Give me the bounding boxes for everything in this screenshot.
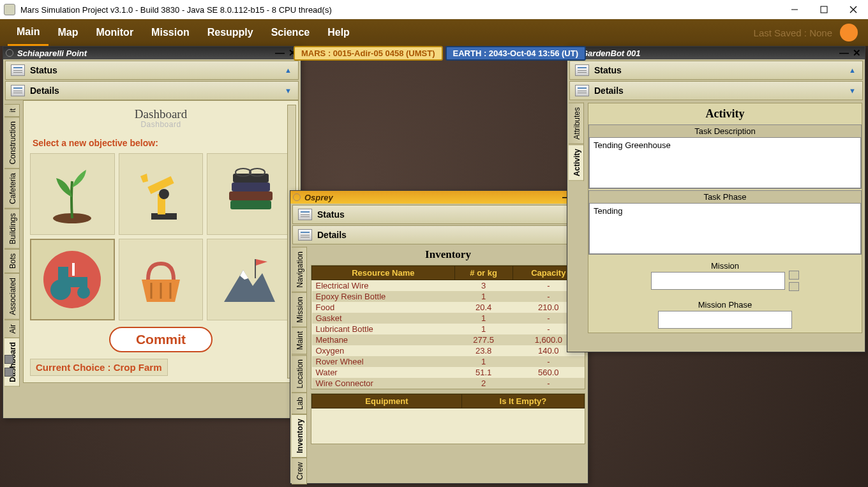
osp-status-bar[interactable]: Status ▲	[292, 205, 586, 224]
col-equipment[interactable]: Equipment	[312, 394, 462, 408]
svg-rect-11	[232, 183, 270, 191]
sch-details-bar[interactable]: Details ▼	[5, 81, 299, 100]
window-osprey-titlebar[interactable]: Osprey —✕	[290, 191, 588, 204]
col-amount[interactable]: # or kg	[454, 266, 513, 280]
tab-bots[interactable]: Bots	[4, 249, 20, 273]
list-icon	[11, 85, 25, 96]
tab-construction[interactable]: Construction	[4, 117, 20, 169]
svg-rect-1	[821, 6, 827, 13]
window-schiaparelli-titlebar[interactable]: Schiaparelli Point —✕	[3, 47, 301, 59]
list-icon	[575, 85, 589, 96]
objective-transportation[interactable]	[30, 239, 115, 320]
table-row[interactable]: Electrical Wire3-	[312, 280, 585, 292]
tool-icon-2[interactable]	[4, 368, 13, 377]
svg-rect-20	[72, 263, 75, 276]
table-row[interactable]: Methane277.51,600.0	[312, 334, 585, 345]
table-row[interactable]: Oxygen23.8140.0	[312, 345, 585, 356]
maximize-button[interactable]	[809, 0, 839, 19]
tab-mission[interactable]: Mission	[292, 292, 307, 327]
task-description-value: Tending Greenhouse	[589, 137, 861, 188]
svg-rect-19	[66, 277, 87, 287]
mission-phase-label: Mission Phase	[588, 300, 862, 310]
table-row[interactable]: Water51.1560.0	[312, 367, 585, 378]
tab-maint[interactable]: Maint	[292, 327, 307, 354]
menu-main[interactable]: Main	[8, 19, 49, 46]
close-button[interactable]	[839, 0, 868, 19]
desktop: MARS : 0015-Adir-05 0458 (UMST) EARTH : …	[0, 46, 868, 487]
mars-time[interactable]: MARS : 0015-Adir-05 0458 (UMST)	[294, 46, 443, 61]
table-row[interactable]: Gasket1-	[312, 313, 585, 324]
mission-edit-icon[interactable]	[789, 282, 799, 291]
menu-resupply[interactable]: Resupply	[198, 19, 262, 46]
table-row[interactable]: Food20.4210.0	[312, 302, 585, 313]
chat-icon[interactable]	[840, 24, 858, 41]
minimize-button[interactable]	[780, 0, 809, 19]
objective-trade[interactable]	[119, 239, 204, 320]
mission-input[interactable]	[651, 272, 785, 290]
books-icon	[218, 162, 281, 226]
sch-min-icon[interactable]: —	[275, 47, 285, 59]
table-row[interactable]: Rover Wheel1-	[312, 356, 585, 367]
gb-status-bar[interactable]: Status ▲	[569, 61, 863, 80]
window-icon	[293, 193, 301, 201]
menu-science[interactable]: Science	[262, 19, 318, 46]
menu-map[interactable]: Map	[49, 19, 87, 46]
window-gardenbot-titlebar[interactable]: GardenBot 001 —✕	[567, 47, 865, 59]
svg-rect-10	[229, 191, 273, 200]
tab-inventory[interactable]: Inventory	[292, 414, 307, 458]
tab-air[interactable]: Air	[4, 320, 20, 338]
menu-help[interactable]: Help	[318, 19, 359, 46]
menu-monitor[interactable]: Monitor	[87, 19, 142, 46]
current-choice-label: Current Choice : Crop Farm	[30, 359, 168, 376]
tab-crew[interactable]: Crew	[292, 458, 307, 484]
objective-tourism[interactable]	[207, 239, 292, 320]
sch-status-bar[interactable]: Status ▲	[5, 61, 299, 80]
objective-crop-farm[interactable]	[30, 153, 115, 235]
sch-side-tabs: Dashboard Air Associated Bots Buildings …	[4, 104, 20, 387]
list-icon	[298, 229, 312, 241]
tab-attributes[interactable]: Attributes	[569, 103, 584, 144]
gb-details-bar[interactable]: Details ▼	[569, 81, 863, 100]
gb-close-icon[interactable]: ✕	[853, 47, 861, 59]
list-icon	[11, 64, 25, 76]
mission-doc-icon[interactable]	[789, 271, 799, 280]
commit-button[interactable]: Commit	[109, 327, 213, 352]
tab-associated[interactable]: Associated	[4, 273, 20, 320]
time-bar: MARS : 0015-Adir-05 0458 (UMST) EARTH : …	[294, 46, 586, 61]
window-osprey-title: Osprey	[304, 193, 333, 202]
table-row[interactable]: Epoxy Resin Bottle1-	[312, 291, 585, 302]
list-icon	[575, 64, 589, 76]
mission-phase-input[interactable]	[658, 311, 792, 329]
window-title: Mars Simulation Project v3.1.0 - Build 3…	[20, 5, 332, 15]
mountain-icon	[218, 248, 281, 311]
tab-cafeteria[interactable]: Cafeteria	[4, 169, 20, 209]
osp-details-bar[interactable]: Details ▼	[292, 225, 586, 244]
tab-activity[interactable]: Activity	[569, 144, 584, 181]
gb-min-icon[interactable]: —	[839, 47, 849, 59]
gb-side-tabs: Activity Attributes	[569, 103, 584, 181]
tab-lab[interactable]: Lab	[292, 393, 307, 414]
col-isempty[interactable]: Is It Empty?	[461, 394, 584, 408]
table-row[interactable]: Wire Connector2-	[312, 378, 585, 389]
tab-location[interactable]: Location	[292, 355, 307, 393]
tool-icon-1[interactable]	[4, 355, 13, 364]
earth-time[interactable]: EARTH : 2043-Oct-04 13:56 (UT)	[445, 46, 587, 61]
svg-point-8	[159, 189, 169, 199]
tab-it[interactable]: it	[4, 104, 20, 117]
tab-buildings[interactable]: Buildings	[4, 209, 20, 249]
objective-research[interactable]	[207, 153, 292, 235]
col-resource[interactable]: Resource Name	[312, 266, 455, 280]
chevron-up-icon: ▲	[285, 66, 292, 74]
objective-manufacturing[interactable]	[119, 153, 204, 235]
table-row[interactable]: Lubricant Bottle1-	[312, 324, 585, 334]
plant-icon	[40, 162, 104, 226]
activity-heading: Activity	[588, 103, 862, 124]
window-osprey: Osprey —✕ Status ▲ Details ▼ Crew Invent…	[290, 190, 588, 484]
chevron-down-icon: ▼	[849, 87, 856, 94]
menu-mission[interactable]: Mission	[142, 19, 198, 46]
osp-side-tabs: Crew Inventory Lab Location Maint Missio…	[292, 247, 307, 484]
tractor-icon	[40, 248, 104, 311]
basket-icon	[129, 248, 193, 311]
tab-navigation[interactable]: Navigation	[292, 247, 307, 292]
titlebar: Mars Simulation Project v3.1.0 - Build 3…	[0, 0, 868, 19]
